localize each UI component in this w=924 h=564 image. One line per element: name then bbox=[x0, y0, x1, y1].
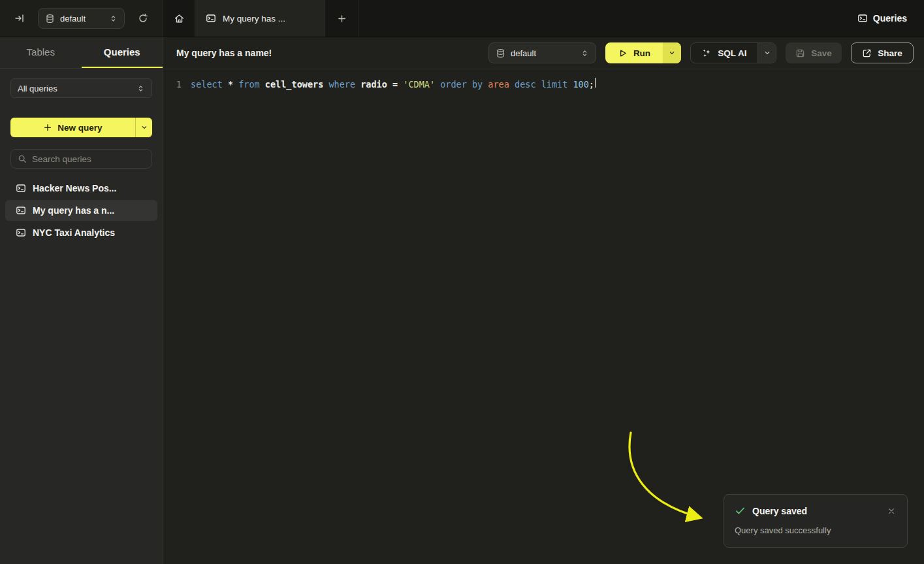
sql-editor[interactable]: 1 select * from cell_towers where radio … bbox=[163, 69, 924, 99]
page-title: My query has a name! bbox=[176, 48, 272, 58]
sql-token: = bbox=[392, 79, 398, 90]
database-selector-main[interactable]: default bbox=[488, 42, 596, 63]
tab-strip: My query has ... bbox=[163, 0, 924, 37]
save-button[interactable]: Save bbox=[786, 42, 842, 63]
query-filter-select[interactable]: All queries bbox=[10, 78, 152, 98]
toast-message: Query saved successfully bbox=[735, 525, 897, 535]
refresh-button[interactable] bbox=[134, 9, 152, 27]
sql-token bbox=[536, 79, 541, 90]
chevron-updown-icon bbox=[109, 14, 118, 23]
sql-token bbox=[355, 79, 360, 90]
console-icon bbox=[206, 13, 216, 24]
run-button[interactable]: Run bbox=[605, 42, 663, 63]
sidebar-content: All queries New query bbox=[0, 69, 163, 243]
new-query-dropdown[interactable] bbox=[135, 118, 152, 137]
sql-token: radio bbox=[360, 79, 387, 90]
new-tab-button[interactable] bbox=[325, 0, 358, 37]
toast-header: Query saved bbox=[735, 505, 897, 516]
close-icon bbox=[887, 507, 895, 515]
tab-label: My query has ... bbox=[223, 14, 285, 24]
text-cursor bbox=[595, 78, 596, 88]
sql-token: ; bbox=[589, 79, 594, 90]
tabs-area: My query has ... bbox=[163, 0, 358, 37]
refresh-icon bbox=[138, 13, 148, 24]
tab-tables[interactable]: Tables bbox=[0, 37, 82, 68]
sql-token: from bbox=[238, 79, 260, 90]
sql-token: order bbox=[440, 79, 467, 90]
sql-token bbox=[387, 79, 392, 90]
toolbar: default bbox=[488, 42, 914, 63]
sql-token: where bbox=[328, 79, 355, 90]
queries-indicator-label: Queries bbox=[873, 13, 907, 24]
toast-close-button[interactable] bbox=[886, 506, 897, 516]
line-number: 1 bbox=[174, 78, 182, 91]
console-icon bbox=[857, 13, 868, 24]
run-button-label: Run bbox=[633, 48, 650, 58]
collapse-sidebar-icon bbox=[14, 13, 25, 24]
save-button-label: Save bbox=[811, 48, 832, 58]
run-options-dropdown[interactable] bbox=[663, 42, 681, 63]
toast-title: Query saved bbox=[752, 506, 807, 516]
share-button-label: Share bbox=[878, 48, 902, 58]
chevron-down-icon bbox=[140, 124, 148, 131]
database-selector-top[interactable]: default bbox=[38, 8, 125, 29]
chevron-updown-icon bbox=[136, 84, 145, 93]
query-list-item[interactable]: NYC Taxi Analytics bbox=[5, 222, 157, 243]
sidebar-tabs: Tables Queries bbox=[0, 37, 163, 69]
sql-token: limit bbox=[541, 79, 568, 90]
console-icon bbox=[16, 227, 26, 238]
database-icon bbox=[496, 48, 505, 58]
sql-ai-button-group: SQL AI bbox=[690, 42, 776, 63]
tab-my-query[interactable]: My query has ... bbox=[195, 0, 325, 37]
sql-token: 'CDMA' bbox=[403, 79, 435, 90]
code-line: 1 select * from cell_towers where radio … bbox=[174, 78, 914, 91]
chevron-down-icon bbox=[763, 49, 771, 57]
sql-ai-label: SQL AI bbox=[718, 48, 746, 58]
sql-token bbox=[223, 79, 228, 90]
query-item-label: My query has a n... bbox=[33, 205, 114, 216]
sparkles-icon bbox=[701, 48, 712, 58]
collapse-sidebar-button[interactable] bbox=[10, 9, 29, 27]
home-button[interactable] bbox=[163, 0, 195, 37]
chevron-down-icon bbox=[668, 49, 676, 57]
query-item-label: Hacker News Pos... bbox=[33, 183, 116, 193]
console-icon bbox=[16, 205, 26, 216]
sql-token: by bbox=[472, 79, 483, 90]
share-external-icon bbox=[862, 48, 872, 58]
sql-token: 100 bbox=[573, 79, 588, 90]
queries-indicator[interactable]: Queries bbox=[840, 0, 924, 37]
body: Tables Queries All queries bbox=[0, 37, 924, 564]
chevron-updown-icon bbox=[581, 49, 589, 58]
sql-token: area bbox=[488, 79, 509, 90]
sql-ai-button[interactable]: SQL AI bbox=[691, 43, 757, 63]
sql-token bbox=[509, 79, 515, 90]
database-selector-value: default bbox=[60, 14, 104, 24]
plus-icon bbox=[43, 123, 52, 132]
new-query-main: New query bbox=[10, 118, 135, 137]
sql-token: select bbox=[191, 79, 223, 90]
sql-console-app: default bbox=[0, 0, 924, 564]
toast-query-saved: Query saved Query saved successfully bbox=[724, 494, 908, 548]
tab-queries[interactable]: Queries bbox=[82, 37, 163, 68]
top-bar: default bbox=[0, 0, 924, 37]
query-list: Hacker News Pos... My query has a n... N… bbox=[5, 178, 157, 243]
sql-token bbox=[467, 79, 472, 90]
top-bar-spacer bbox=[358, 0, 840, 37]
play-icon bbox=[618, 48, 628, 58]
query-filter-value: All queries bbox=[18, 84, 131, 93]
new-query-button[interactable]: New query bbox=[10, 118, 152, 137]
search-queries-input[interactable] bbox=[32, 154, 145, 164]
plus-icon bbox=[337, 14, 347, 24]
query-list-item[interactable]: My query has a n... bbox=[5, 200, 157, 221]
new-query-label: New query bbox=[57, 123, 102, 133]
sidebar: Tables Queries All queries bbox=[0, 37, 163, 564]
database-icon bbox=[45, 14, 55, 24]
sql-code: select * from cell_towers where radio = … bbox=[191, 78, 594, 91]
sql-token bbox=[435, 79, 440, 90]
save-icon bbox=[795, 48, 805, 58]
run-button-group: Run bbox=[605, 42, 681, 63]
share-button[interactable]: Share bbox=[851, 42, 914, 63]
sql-ai-dropdown[interactable] bbox=[757, 43, 776, 63]
console-icon bbox=[16, 183, 26, 193]
query-list-item[interactable]: Hacker News Pos... bbox=[5, 178, 157, 199]
